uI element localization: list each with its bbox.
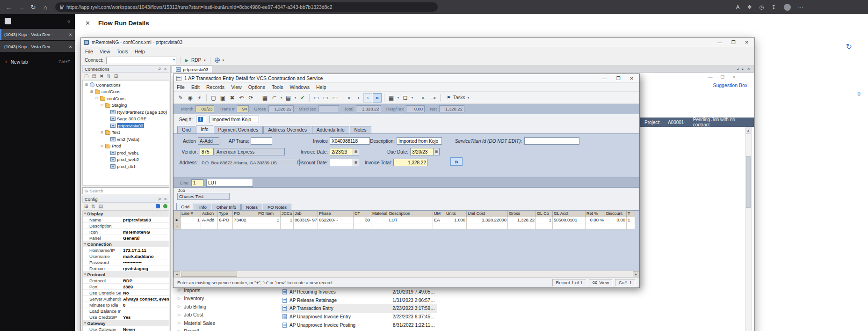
history-icon[interactable]: ◷ (760, 4, 764, 10)
grid-icon[interactable]: ▦ (260, 93, 269, 103)
expander-icon[interactable]: ⊟ (85, 83, 88, 87)
grid-column-header[interactable]: Description (388, 211, 433, 217)
view-mode-indicator[interactable]: View (589, 279, 613, 287)
grid-tab-grid[interactable]: Grid (176, 203, 194, 210)
close-icon[interactable]: ✕ (732, 74, 736, 80)
close-icon[interactable]: ✕ (630, 76, 634, 81)
grid-tab-info[interactable]: Info (195, 204, 211, 210)
scroll-right-icon[interactable]: ▸ (633, 271, 639, 277)
grid-cell[interactable]: 1,328.22 (508, 217, 536, 223)
status-icon[interactable] (163, 204, 167, 208)
grid-column-header[interactable]: PO Item (257, 211, 281, 217)
minimize-icon[interactable]: — (602, 76, 607, 81)
find-icon[interactable]: ◉ (186, 93, 195, 103)
tree-node[interactable]: ⊟Test (83, 129, 169, 136)
config-row[interactable]: Load Balance Info (83, 308, 169, 314)
grid-cell[interactable] (388, 223, 433, 229)
dropdown-icon[interactable]: ▾ (396, 93, 400, 103)
grid-cell[interactable]: EA (433, 217, 445, 223)
protocol-dropdown-icon[interactable]: ▾ (204, 59, 206, 62)
grid-column-header[interactable]: Unit Cost (467, 211, 508, 217)
sort-icon[interactable]: ⇅ (107, 74, 110, 79)
home-icon[interactable]: ⌂ (41, 4, 50, 11)
grid-column-header[interactable]: Line # (181, 211, 201, 217)
config-row[interactable]: Hostname/IP172.17.1.11 (83, 247, 169, 253)
config-row[interactable]: IconmRemoteNG (83, 229, 169, 235)
first-page-icon[interactable]: ⇤ (420, 93, 428, 103)
grid-cell[interactable]: 1.000 (445, 217, 467, 223)
menu-item[interactable]: File (174, 84, 188, 90)
menu-item[interactable]: Help (131, 49, 148, 54)
tab-addenda-info[interactable]: Addenda Info (312, 126, 349, 133)
close-tab-icon[interactable]: ✕ (69, 32, 72, 37)
tree-node[interactable]: prod_web2 (83, 156, 169, 163)
recent-item[interactable]: AP Unapproved Invoice Entry2/22/2023 6:3… (281, 313, 437, 321)
menu-item[interactable]: Windows (286, 84, 313, 90)
grid-cell[interactable]: 50500.0101 (553, 217, 586, 223)
recent-item[interactable]: AP Transaction Entry2/23/2023 3:17:59… (281, 304, 437, 313)
servicetitan-field[interactable] (524, 137, 579, 145)
grid-cell[interactable]: 0.00 (605, 217, 627, 223)
grid-cell[interactable]: 6-PO (218, 217, 233, 223)
external-tools-dropdown-icon[interactable]: ▾ (223, 59, 224, 62)
dropdown-icon[interactable]: ▾ (279, 93, 283, 103)
expand-all-icon[interactable]: ⊞ (114, 74, 118, 79)
vertical-scrollbar[interactable]: ▲ (745, 127, 752, 331)
grid-cell[interactable] (181, 223, 201, 229)
tree-node[interactable]: vm2 (Vista) (83, 136, 169, 143)
delete-icon[interactable]: ✖ (228, 93, 237, 103)
menu-item[interactable]: File (82, 49, 96, 54)
close-icon[interactable]: ✕ (745, 40, 749, 45)
new-connection-icon[interactable]: ▢ (84, 74, 88, 79)
window-tile-icon[interactable]: ▭ (331, 93, 340, 103)
connections-pane-header[interactable]: Connections ⚲✕ (82, 66, 169, 73)
tab-notes[interactable]: Notes (350, 126, 371, 133)
tasks-button[interactable]: ⚑Tasks▾ (447, 95, 469, 100)
config-row[interactable]: Use GatewayNever (83, 326, 169, 331)
previous-record-icon[interactable]: ‹ (354, 93, 363, 103)
invoice-date-field[interactable]: 2/23/23 (330, 148, 353, 155)
grid-cell[interactable] (318, 223, 354, 229)
tree-node[interactable]: ⊟Staging (83, 102, 169, 109)
scroll-left-icon[interactable]: ◂ (174, 271, 180, 277)
inheritance-icon[interactable] (156, 204, 160, 208)
project-row[interactable]: Project: A00001- Pending Job with no con… (640, 118, 754, 127)
close-tab-icon[interactable]: ✕ (747, 67, 750, 71)
tree-node[interactable]: prtprcvista03 (83, 122, 169, 129)
last-page-icon[interactable]: ⇥ (429, 93, 438, 103)
close-pane-icon[interactable]: ✕ (164, 67, 167, 71)
ap-titlebar[interactable]: 1 AP Transaction Entry Detail for VCS Co… (174, 74, 639, 83)
menu-item[interactable]: Tools (114, 49, 132, 54)
new-icon[interactable]: ▢ (209, 93, 218, 103)
discount-date-field[interactable] (330, 159, 353, 166)
attachment-icon[interactable]: ⊂ (270, 93, 279, 103)
grid-column-header[interactable]: Material (371, 211, 388, 217)
grid-cell[interactable] (201, 223, 218, 229)
grid-column-header[interactable]: Discount (605, 211, 627, 217)
expander-icon[interactable]: ⊟ (100, 144, 104, 148)
ap-trans-field[interactable] (251, 137, 272, 145)
vendor-code-field[interactable]: 875 (200, 148, 214, 155)
config-row[interactable]: Nameprtprcvista03 (83, 217, 169, 223)
quickconnect-input[interactable] (106, 57, 176, 64)
tree-node[interactable]: Sage 300 CRE (83, 116, 169, 123)
delete-icon[interactable]: ✖ (100, 74, 103, 79)
module-tree-item[interactable]: ▷Payroll (178, 327, 215, 331)
recent-item[interactable]: AP Unapproved Invoice Posting8/31/2022 1… (281, 321, 437, 329)
grid-column-header[interactable]: T (627, 211, 635, 217)
due-date-field[interactable]: 3/20/23 (410, 148, 434, 155)
maximize-icon[interactable]: ❐ (721, 74, 725, 80)
grid-column-header[interactable]: GL Co (536, 211, 553, 217)
categorize-icon[interactable]: ⊞ (84, 204, 88, 209)
save-icon[interactable]: ▣ (218, 93, 227, 103)
collapse-sidebar-icon[interactable]: « (67, 18, 70, 24)
profile-avatar[interactable] (784, 4, 791, 11)
undo-icon[interactable]: ↶ (237, 93, 246, 103)
config-row[interactable]: Password•••••••••••• (83, 259, 169, 265)
menu-item[interactable]: View (96, 49, 114, 54)
tree-node[interactable]: ⊟Connections (83, 81, 169, 88)
grid-tab-other-info[interactable]: Other Info (212, 204, 241, 210)
config-row[interactable]: Use Console Sessi…No (83, 290, 169, 296)
grid-column-header[interactable]: CT (354, 211, 371, 217)
grid-column-header[interactable]: Gross (508, 211, 536, 217)
